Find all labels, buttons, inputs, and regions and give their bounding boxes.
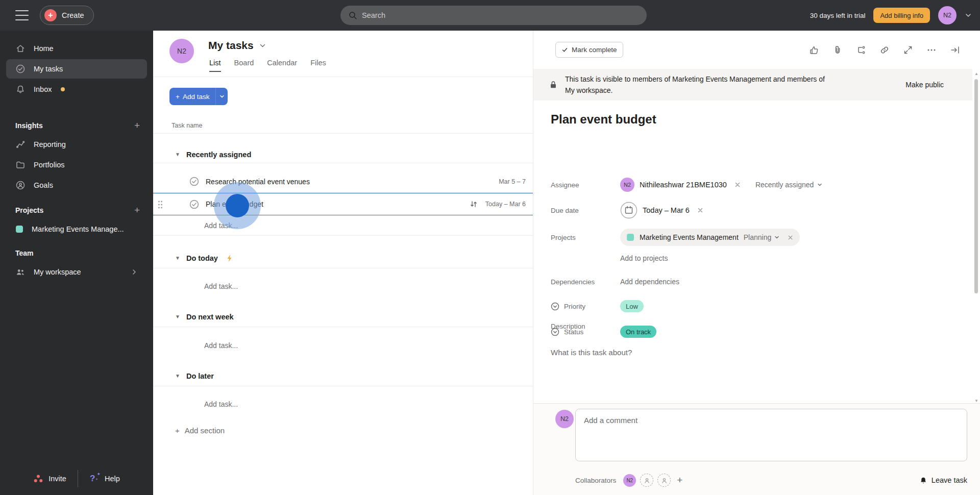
status-badge[interactable]: On track [620, 326, 656, 338]
more-options-icon[interactable] [926, 45, 937, 55]
mark-complete-button[interactable]: Mark complete [555, 42, 623, 58]
section-title: Projects [15, 206, 43, 214]
subtasks-icon[interactable] [856, 45, 866, 55]
remove-due-date-icon[interactable] [697, 207, 704, 214]
user-avatar[interactable]: N2 [938, 6, 957, 24]
collapse-caret-icon[interactable]: ▼ [175, 255, 180, 261]
sidebar-item-portfolios[interactable]: Portfolios [6, 155, 147, 175]
add-task-inline[interactable]: Add task... [153, 276, 533, 296]
due-date-value[interactable]: Today – Mar 6 [643, 206, 690, 214]
section-recently-assigned: ▼ Recently assigned [153, 146, 533, 163]
attachment-icon[interactable] [832, 45, 843, 55]
search-input[interactable] [362, 11, 639, 19]
comment-input[interactable] [576, 409, 967, 461]
plus-icon: + [176, 93, 180, 101]
account-menu-chevron-icon[interactable] [965, 12, 972, 19]
add-task-inline[interactable]: Add task... [153, 215, 533, 236]
comment-box[interactable] [575, 409, 967, 461]
project-name[interactable]: Marketing Events Management [640, 233, 739, 241]
collapse-caret-icon[interactable]: ▼ [175, 373, 180, 379]
chevron-right-icon[interactable] [131, 268, 138, 276]
chevron-down-icon [817, 182, 823, 188]
create-button[interactable]: + Create [40, 6, 94, 25]
description-placeholder[interactable]: What is this task about? [551, 348, 632, 357]
expand-icon[interactable] [903, 45, 913, 55]
tab-calendar[interactable]: Calendar [267, 59, 297, 72]
check-icon [561, 46, 568, 53]
hamburger-menu-icon[interactable] [15, 10, 29, 20]
task-title-heading[interactable]: Plan event budget [551, 112, 656, 127]
sidebar-item-project-marketing[interactable]: Marketing Events Manage... [6, 219, 147, 239]
add-to-projects-link[interactable]: Add to projects [620, 254, 668, 262]
add-task-button[interactable]: +Add task [169, 88, 228, 105]
project-chip[interactable]: Marketing Events Management Planning [620, 229, 800, 246]
add-billing-button[interactable]: Add billing info [873, 8, 930, 23]
add-project-icon[interactable]: + [134, 205, 140, 216]
priority-badge[interactable]: Low [620, 300, 644, 312]
drag-handle-icon[interactable] [157, 200, 163, 211]
home-icon [15, 43, 26, 54]
invite-label: Invite [48, 475, 66, 483]
tab-list[interactable]: List [209, 59, 221, 72]
task-row-selected[interactable]: Plan event budget Today – Mar 6 [153, 193, 533, 215]
check-circle-icon[interactable] [189, 199, 200, 210]
task-title[interactable]: Plan event budget [206, 200, 263, 208]
check-circle-icon[interactable] [189, 176, 200, 187]
calendar-icon[interactable] [620, 202, 638, 219]
sidebar-item-reporting[interactable]: Reporting [6, 135, 147, 154]
close-panel-icon[interactable] [950, 45, 960, 55]
task-title[interactable]: Research potential event venues [206, 178, 310, 186]
leave-task-button[interactable]: Leave task [919, 476, 967, 485]
section-title: Team [15, 249, 34, 257]
scroll-up-icon[interactable]: ▲ [974, 71, 978, 76]
add-task-dropdown[interactable] [215, 88, 228, 105]
column-header-task-name: Task name [153, 117, 533, 134]
tab-files[interactable]: Files [310, 59, 326, 72]
like-icon[interactable] [809, 45, 819, 55]
remove-assignee-icon[interactable] [734, 181, 741, 188]
asana-dots-icon [33, 474, 43, 483]
collaborator-avatar[interactable]: N2 [623, 474, 636, 487]
avatar: N2 [555, 410, 574, 428]
sidebar-item-my-tasks[interactable]: My tasks [6, 59, 147, 79]
visibility-text: This task is visible to members of Marke… [565, 73, 825, 96]
divider [78, 470, 78, 487]
collapse-caret-icon[interactable]: ▼ [175, 314, 180, 319]
sidebar-item-goals[interactable]: Goals [6, 176, 147, 195]
folder-icon [15, 160, 26, 170]
field-status: Status On track [533, 323, 972, 341]
invite-button[interactable]: Invite [33, 474, 66, 483]
scrollbar[interactable]: ▲ ▼ [973, 71, 979, 403]
assignee-section-dropdown[interactable]: Recently assigned [755, 181, 823, 189]
remove-project-icon[interactable] [787, 234, 794, 241]
goals-icon [15, 180, 26, 190]
help-button[interactable]: ?✦✦ Help [89, 474, 120, 484]
page-title-row[interactable]: My tasks [208, 39, 266, 52]
sidebar-item-inbox[interactable]: Inbox [6, 80, 147, 99]
sidebar-item-home[interactable]: Home [6, 39, 147, 58]
topbar-right: 30 days left in trial Add billing info N… [810, 0, 972, 31]
project-section-dropdown[interactable]: Planning [744, 233, 780, 241]
scrollbar-thumb[interactable] [974, 79, 978, 293]
collaborators-label: Collaborators [575, 477, 616, 484]
search-bar[interactable] [340, 6, 647, 25]
add-insight-icon[interactable]: + [134, 120, 140, 131]
copy-link-icon[interactable] [879, 45, 890, 55]
add-task-inline[interactable]: Add task... [153, 335, 533, 356]
add-section-button[interactable]: + Add section [153, 420, 533, 440]
check-circle-icon [15, 64, 26, 74]
view-tabs: List Board Calendar Files [209, 59, 326, 72]
assignee-avatar: N2 [620, 178, 634, 192]
assignee-name[interactable]: Nithileashwar 21BME1030 [640, 181, 727, 189]
scroll-down-icon[interactable]: ▼ [974, 399, 978, 403]
task-row[interactable]: Research potential event venues Mar 5 – … [153, 170, 533, 193]
tab-board[interactable]: Board [234, 59, 254, 72]
add-dependencies-link[interactable]: Add dependencies [620, 278, 679, 286]
add-task-inline[interactable]: Add task... [153, 394, 533, 414]
page-title: My tasks [208, 39, 254, 52]
lightning-bolt-icon [225, 254, 233, 263]
sidebar-item-my-workspace[interactable]: My workspace [6, 262, 147, 282]
add-collaborator-icon[interactable]: + [677, 475, 682, 486]
collapse-caret-icon[interactable]: ▼ [175, 152, 180, 157]
make-public-link[interactable]: Make public [905, 81, 944, 89]
